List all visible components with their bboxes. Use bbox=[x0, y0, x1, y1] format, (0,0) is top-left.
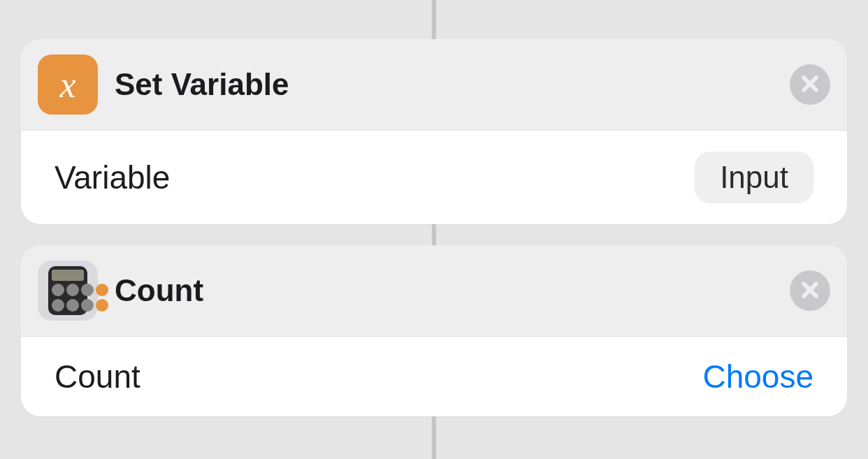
action-parameter-row: Variable Input bbox=[21, 131, 847, 224]
variable-x-icon: x bbox=[38, 54, 98, 115]
calculator-icon bbox=[38, 261, 98, 321]
calculator-glyph bbox=[48, 266, 87, 315]
action-parameter-row: Count Choose bbox=[21, 337, 847, 416]
parameter-label: Count bbox=[55, 358, 140, 395]
action-card-count: Count Count Choose bbox=[21, 245, 847, 416]
remove-action-button[interactable] bbox=[790, 64, 830, 105]
parameter-label: Variable bbox=[55, 159, 170, 196]
icon-glyph: x bbox=[59, 64, 75, 105]
action-header: x Set Variable bbox=[21, 39, 847, 131]
action-header: Count bbox=[21, 245, 847, 337]
remove-action-button[interactable] bbox=[790, 270, 830, 311]
close-icon bbox=[801, 281, 819, 301]
close-icon bbox=[801, 75, 819, 95]
action-title: Count bbox=[115, 273, 790, 308]
action-title: Set Variable bbox=[115, 67, 790, 102]
actions-list: x Set Variable Variable Input bbox=[0, 0, 868, 416]
choose-value-button[interactable]: Choose bbox=[702, 358, 813, 395]
variable-token-input[interactable]: Input bbox=[695, 152, 813, 203]
action-card-set-variable: x Set Variable Variable Input bbox=[21, 39, 847, 224]
